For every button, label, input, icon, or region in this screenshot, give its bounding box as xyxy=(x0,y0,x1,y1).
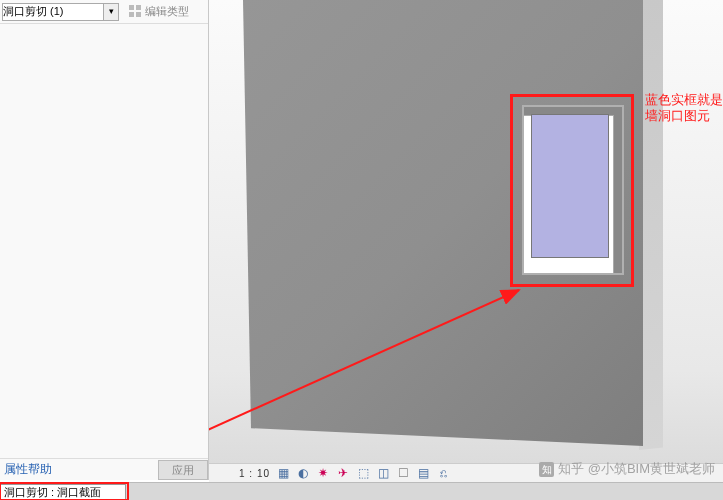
shade-icon[interactable]: ◐ xyxy=(296,466,310,480)
panel-header: ▾ 编辑类型 xyxy=(0,0,208,24)
type-selector-dropdown[interactable]: ▾ xyxy=(103,3,119,21)
edit-type-icon xyxy=(129,5,143,19)
show-hidden-icon[interactable]: ◫ xyxy=(376,466,390,480)
status-message: 洞口剪切 : 洞口截面 xyxy=(0,484,126,500)
path-icon[interactable]: ✈ xyxy=(336,466,350,480)
shadow-icon[interactable]: ✷ xyxy=(316,466,330,480)
annotation-text: 蓝色实框就是墙洞口图元 xyxy=(645,92,723,124)
type-selector[interactable] xyxy=(2,3,104,21)
model-viewport[interactable]: 蓝色实框就是墙洞口图元 xyxy=(209,0,723,463)
properties-panel: ▾ 编辑类型 属性帮助 应用 xyxy=(0,0,209,480)
zhihu-logo-icon: 知 xyxy=(539,462,554,477)
panel-footer: 属性帮助 应用 xyxy=(0,458,208,480)
properties-help-link[interactable]: 属性帮助 xyxy=(0,461,56,478)
crop-icon[interactable]: ⬚ xyxy=(356,466,370,480)
filter-icon[interactable]: ⎌ xyxy=(436,466,450,480)
status-bar: 洞口剪切 : 洞口截面 xyxy=(0,482,723,500)
edit-type-label: 编辑类型 xyxy=(145,4,189,19)
annotation-rectangle xyxy=(510,94,634,287)
apply-button[interactable]: 应用 xyxy=(158,460,208,480)
render-icon[interactable]: ☐ xyxy=(396,466,410,480)
watermark: 知 知乎 @小筑BIM黄世斌老师 xyxy=(539,460,715,478)
watermark-text: 知乎 @小筑BIM黄世斌老师 xyxy=(558,460,715,478)
view-scale[interactable]: 1 : 10 xyxy=(239,468,270,479)
detail-icon[interactable]: ▤ xyxy=(416,466,430,480)
edit-type-button[interactable]: 编辑类型 xyxy=(125,2,193,21)
view-mode-icon[interactable]: ▦ xyxy=(276,466,290,480)
